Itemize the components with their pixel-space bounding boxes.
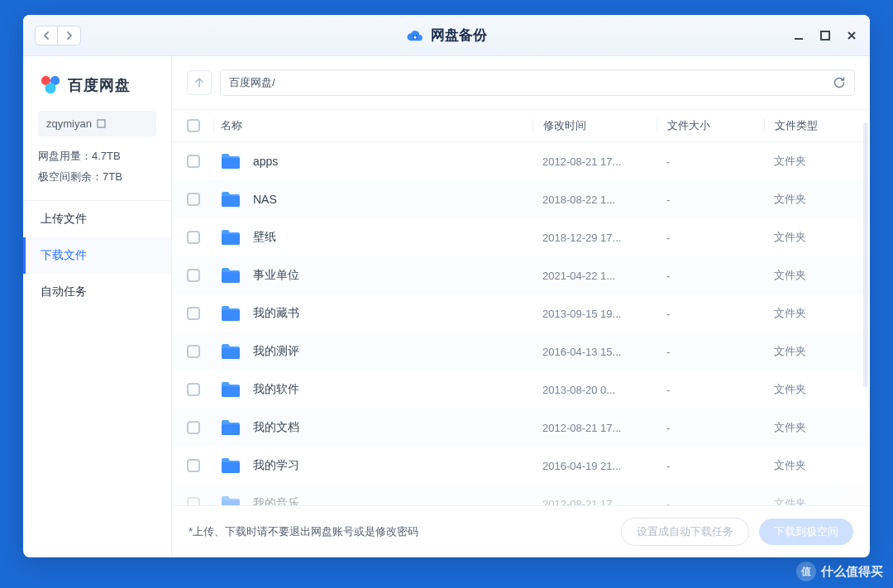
header-name[interactable]: 名称 <box>213 118 532 133</box>
title-text: 网盘备份 <box>431 26 487 45</box>
scrollbar[interactable] <box>863 122 868 387</box>
folder-icon <box>220 342 241 361</box>
file-date: 2012-08-21 17... <box>532 155 657 168</box>
table-row[interactable]: 我的音乐2012-08-21 17...-文件夹 <box>172 485 870 505</box>
window-controls <box>792 29 858 42</box>
row-checkbox[interactable] <box>187 269 200 282</box>
path-input[interactable]: 百度网盘/ <box>220 69 855 96</box>
file-name: NAS <box>253 193 277 206</box>
file-name: 我的文档 <box>253 420 299 435</box>
download-button[interactable]: 下载到极空间 <box>759 519 853 545</box>
path-row: 百度网盘/ <box>172 56 870 109</box>
header-date[interactable]: 修改时间 <box>532 118 657 133</box>
row-checkbox[interactable] <box>187 193 200 206</box>
footer-hint: *上传、下载时请不要退出网盘账号或是修改密码 <box>189 524 611 539</box>
app-window: 网盘备份 百度网盘 zqymiyan 网盘用量：4.7TB 极空间剩余：7TB … <box>23 15 870 557</box>
svg-rect-7 <box>222 158 240 169</box>
table-row[interactable]: NAS2018-08-22 1...-文件夹 <box>172 180 870 218</box>
file-size: - <box>657 422 764 434</box>
nav-history <box>35 26 81 45</box>
row-checkbox[interactable] <box>187 383 200 396</box>
file-name: 我的软件 <box>253 382 299 397</box>
file-type: 文件夹 <box>764 154 855 169</box>
svg-rect-2 <box>821 31 829 40</box>
file-size: - <box>657 232 764 244</box>
file-name: 我的测评 <box>253 344 299 359</box>
watermark-text: 什么值得买 <box>821 564 883 580</box>
row-checkbox[interactable] <box>187 307 200 320</box>
maximize-button[interactable] <box>819 29 832 42</box>
table-row[interactable]: 我的学习2016-04-19 21...-文件夹 <box>172 447 870 485</box>
file-name: apps <box>253 155 278 168</box>
folder-icon <box>220 190 241 208</box>
refresh-icon[interactable] <box>833 76 846 89</box>
nav-list: 上传文件 下载文件 自动任务 <box>23 200 171 310</box>
file-type: 文件夹 <box>764 192 855 207</box>
row-checkbox[interactable] <box>187 421 200 434</box>
file-type: 文件夹 <box>764 230 855 245</box>
svg-rect-11 <box>222 310 240 321</box>
back-button[interactable] <box>35 26 58 45</box>
set-auto-button[interactable]: 设置成自动下载任务 <box>621 518 749 546</box>
nav-upload[interactable]: 上传文件 <box>23 201 171 237</box>
file-name: 壁纸 <box>253 230 276 245</box>
row-checkbox[interactable] <box>187 459 200 472</box>
table-row[interactable]: 事业单位2021-04-22 1...-文件夹 <box>172 256 870 294</box>
file-name: 我的藏书 <box>253 306 299 321</box>
table-row[interactable]: 我的藏书2013-09-15 19...-文件夹 <box>172 294 870 332</box>
file-type: 文件夹 <box>764 458 855 473</box>
up-button[interactable] <box>187 70 212 95</box>
watermark: 值 什么值得买 <box>796 562 883 581</box>
file-type: 文件夹 <box>764 306 855 321</box>
table-header: 名称 修改时间 文件大小 文件类型 <box>172 109 870 142</box>
table-row[interactable]: 我的测评2016-04-13 15...-文件夹 <box>172 332 870 370</box>
header-type[interactable]: 文件类型 <box>764 118 855 133</box>
file-date: 2012-08-21 17... <box>532 422 657 434</box>
table-row[interactable]: 我的文档2012-08-21 17...-文件夹 <box>172 409 870 447</box>
file-date: 2016-04-19 21... <box>532 460 657 472</box>
forward-button[interactable] <box>58 26 81 45</box>
svg-point-5 <box>45 83 56 93</box>
folder-icon <box>220 380 241 399</box>
row-checkbox[interactable] <box>187 497 200 505</box>
file-size: - <box>657 346 764 358</box>
file-type: 文件夹 <box>764 420 855 435</box>
close-button[interactable] <box>845 29 858 42</box>
select-all-checkbox[interactable] <box>187 119 200 132</box>
file-size: - <box>657 270 764 282</box>
table-row[interactable]: 我的软件2013-08-20 0...-文件夹 <box>172 370 870 409</box>
baidu-pan-logo-icon <box>38 74 63 96</box>
file-type: 文件夹 <box>764 268 855 283</box>
svg-rect-9 <box>222 234 240 245</box>
svg-rect-12 <box>222 348 240 359</box>
row-checkbox[interactable] <box>187 345 200 358</box>
logo-text: 百度网盘 <box>68 75 131 95</box>
nav-download[interactable]: 下载文件 <box>23 237 171 274</box>
file-rows[interactable]: apps2012-08-21 17...-文件夹NAS2018-08-22 1.… <box>172 142 870 505</box>
header-size[interactable]: 文件大小 <box>657 118 764 133</box>
file-size: - <box>657 460 764 472</box>
file-date: 2016-04-13 15... <box>532 346 657 358</box>
svg-rect-16 <box>222 500 240 505</box>
folder-icon <box>220 152 241 170</box>
body: 百度网盘 zqymiyan 网盘用量：4.7TB 极空间剩余：7TB 上传文件 … <box>23 56 870 557</box>
svg-rect-15 <box>222 462 240 473</box>
row-checkbox[interactable] <box>187 231 200 244</box>
file-date: 2021-04-22 1... <box>532 270 657 282</box>
watermark-badge: 值 <box>796 562 816 581</box>
logo: 百度网盘 <box>23 74 171 111</box>
svg-rect-8 <box>222 196 240 207</box>
row-checkbox[interactable] <box>187 155 200 168</box>
minimize-button[interactable] <box>792 29 805 42</box>
folder-icon <box>220 228 241 246</box>
file-size: - <box>657 308 764 320</box>
user-box[interactable]: zqymiyan <box>38 111 156 136</box>
file-size: - <box>657 498 764 506</box>
nav-auto[interactable]: 自动任务 <box>23 274 171 310</box>
folder-icon <box>220 495 241 505</box>
table-row[interactable]: 壁纸2018-12-29 17...-文件夹 <box>172 218 870 256</box>
titlebar: 网盘备份 <box>23 15 870 56</box>
folder-icon <box>220 457 241 475</box>
table-row[interactable]: apps2012-08-21 17...-文件夹 <box>172 142 870 180</box>
file-date: 2013-09-15 19... <box>532 308 657 320</box>
